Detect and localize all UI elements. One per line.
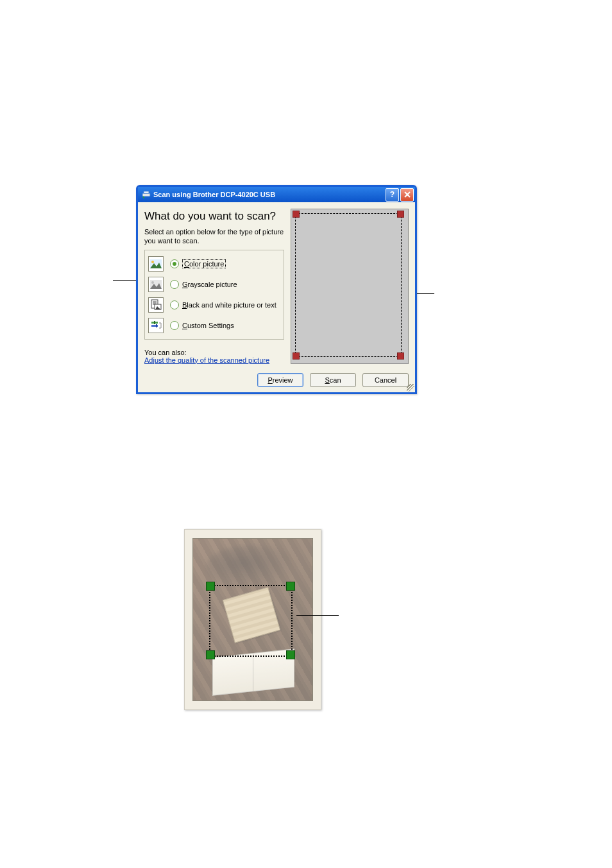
option-label: Grayscale picture [182,281,237,288]
dialog-instruction: Select an option below for the type of p… [144,228,284,246]
svg-rect-0 [142,193,150,196]
selection-handle-top-right-icon[interactable] [397,211,404,218]
option-color-picture[interactable]: Color picture [148,254,280,274]
crop-handle-top-left-icon[interactable] [206,582,215,591]
selection-handle-bottom-right-icon[interactable] [397,352,404,360]
selection-handle-bottom-left-icon[interactable] [293,352,300,360]
option-label: Custom Settings [182,322,234,329]
option-label: Black and white picture or text [182,301,276,309]
sample-photo-frame [184,529,321,710]
radio-bw[interactable] [170,300,179,309]
custom-settings-icon [148,318,164,333]
option-grayscale-picture[interactable]: Grayscale picture [148,274,280,295]
bw-text-icon [148,297,164,313]
also-intro: You can also: [144,349,284,356]
picture-type-group: Color picture Grayscale picture [144,250,284,340]
resize-grip-icon[interactable] [407,384,414,392]
option-bw-picture-text[interactable]: Black and white picture or text [148,295,280,315]
scan-button[interactable]: Scan [310,373,356,387]
svg-point-7 [151,281,154,284]
scan-dialog: Scan using Brother DCP-4020C USB ? What … [136,185,417,394]
close-button[interactable] [400,188,414,202]
svg-rect-17 [156,324,157,327]
preview-button[interactable]: Preview [257,373,303,387]
sample-photo [192,538,313,701]
radio-grayscale[interactable] [170,280,179,289]
color-photo-icon [148,256,164,272]
scanner-icon [142,190,151,199]
preview-area[interactable] [291,209,409,364]
selection-marquee[interactable] [295,213,402,357]
option-label: Color picture [182,259,226,268]
svg-point-4 [151,261,154,263]
crop-handle-bottom-right-icon[interactable] [286,650,295,659]
radio-color[interactable] [170,259,179,268]
also-block: You can also: Adjust the quality of the … [144,349,284,364]
left-panel: What do you want to scan? Select an opti… [144,209,284,364]
callout-line-photo [296,615,339,616]
dialog-button-row: Preview Scan Cancel [138,369,415,392]
cancel-button[interactable]: Cancel [362,373,409,387]
svg-rect-1 [144,191,149,193]
gray-photo-icon [148,277,164,292]
svg-rect-16 [154,321,155,324]
crop-handle-bottom-left-icon[interactable] [206,650,215,659]
crop-handle-top-right-icon[interactable] [286,582,295,591]
titlebar: Scan using Brother DCP-4020C USB ? [138,187,415,202]
help-button[interactable]: ? [386,188,399,202]
dialog-title: Scan using Brother DCP-4020C USB [153,191,386,198]
option-custom-settings[interactable]: Custom Settings [148,315,280,336]
dialog-heading: What do you want to scan? [144,210,284,223]
callout-line-left [113,280,136,281]
radio-custom[interactable] [170,321,179,330]
crop-marquee[interactable] [209,585,293,657]
adjust-quality-link[interactable]: Adjust the quality of the scanned pictur… [144,356,284,364]
selection-handle-top-left-icon[interactable] [293,211,300,218]
